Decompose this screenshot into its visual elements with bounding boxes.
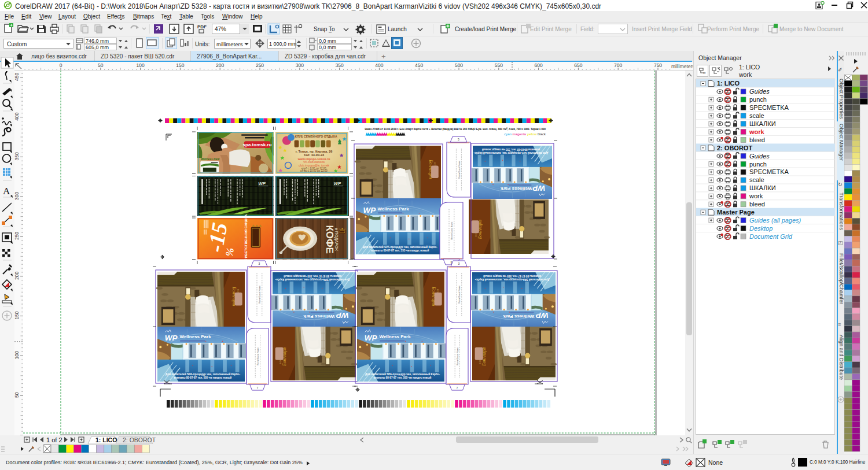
svg-text:work: work [749,128,765,135]
svg-text:450: 450 [415,62,423,68]
svg-text:work: work [749,193,763,199]
svg-text:350: 350 [14,152,20,160]
svg-text:ШКАЛКИ: ШКАЛКИ [749,184,776,191]
svg-text:250: 250 [14,232,20,240]
svg-text:cyan magenta yellow black: cyan magenta yellow black [504,132,546,136]
svg-text:ПРИВЕТСТВЕННАЯ СКИДКА: ПРИВЕТСТВЕННАЯ СКИДКА [244,214,248,263]
svg-text:bleed: bleed [749,136,765,143]
svg-text:Для любителей SPA-процедур чан: Для любителей SPA-процедур чан, заполнен… [475,278,549,282]
svg-text:Room/Guest Name: Room/Guest Name [458,286,461,304]
svg-text:Для любителей SPA-процедур чан: Для любителей SPA-процедур чан, заполнен… [275,278,350,282]
svg-text:Wellness Park: Wellness Park [380,334,411,339]
svg-text:комнаты 80-87-87 тел. 555 чм п: комнаты 80-87-87 тел. 555 чм пандус новы… [284,275,341,278]
svg-text:2: OBOROT: 2: OBOROT [717,145,752,151]
svg-text:millimeters: millimeters [671,64,695,69]
svg-text:A: A [3,186,10,197]
svg-text:50: 50 [98,62,104,68]
svg-text:=: = [703,71,706,75]
svg-text:Guides: Guides [749,88,770,95]
svg-text:комнаты 80-87-87 тел. 555 чм п: комнаты 80-87-87 тел. 555 чм пандус новы… [483,275,541,278]
svg-text:scale: scale [749,112,764,119]
svg-text:scale: scale [749,176,764,183]
svg-text:bleed: bleed [749,201,765,208]
svg-text:Wellness Park: Wellness Park [180,334,212,339]
svg-text:Room/Guest Name: Room/Guest Name [458,161,461,179]
svg-text:PDF: PDF [197,24,207,29]
svg-text:WP: WP [363,206,376,214]
svg-text:100: 100 [14,351,20,359]
svg-text:spa.tomsk.ru: spa.tomsk.ru [243,142,272,147]
svg-text:Wellness Park: Wellness Park [201,158,220,161]
svg-text:Room/Guest Name: Room/Guest Name [259,286,261,304]
svg-text:комнаты 80-87-87 тел. 555 чм п: комнаты 80-87-87 тел. 555 чм пандус новы… [174,376,232,379]
svg-text:комнаты 80-87-87 тел. 555 чм п: комнаты 80-87-87 тел. 555 чм пандус новы… [482,148,540,151]
svg-text:SPECMETKA: SPECMETKA [749,104,789,111]
svg-text:300: 300 [296,62,304,68]
svg-text:2: OBOROT: 2: OBOROT [123,436,156,443]
svg-text:750: 750 [654,62,662,68]
svg-text:комнаты 80-87-87 тел. 555 чм п: комнаты 80-87-87 тел. 555 чм пандус новы… [374,376,432,379]
svg-text:WP: WP [532,184,546,193]
svg-text:400: 400 [14,112,20,120]
svg-text:600: 600 [535,62,543,68]
svg-text:Room/Guest Name: Room/Guest Name [457,347,459,365]
svg-text:WP: WP [258,181,266,186]
svg-text:Для любителей SPA-процедур чан: Для любителей SPA-процедур чан, заполнен… [363,245,437,249]
svg-text:Room/Guest Name: Room/Guest Name [257,347,259,365]
svg-text:КЛУБ СЕМЕЙНОГО ОТДЫХА: КЛУБ СЕМЕЙНОГО ОТДЫХА [295,134,337,138]
svg-text:ШКАЛКИ: ШКАЛКИ [749,120,776,127]
svg-text:SPECMETKA: SPECMETKA [749,168,789,175]
svg-text:1 of 2: 1 of 2 [46,436,62,443]
svg-text:400: 400 [375,62,383,68]
svg-text:50: 50 [14,392,20,398]
svg-text:WP: WP [333,181,341,186]
svg-text:Wellness Park: Wellness Park [500,186,532,191]
svg-text:punch: punch [749,96,767,103]
svg-text:150: 150 [14,311,20,319]
svg-text:150: 150 [176,62,184,68]
svg-text:300: 300 [14,192,20,200]
svg-text:Wellness Park: Wellness Park [377,206,409,212]
svg-text:Для любителей SPA-процедур чан: Для любителей SPA-процедур чан, заполнен… [473,151,548,155]
svg-text:3: 3 [458,262,460,265]
svg-text:5: 5 [458,138,459,141]
svg-text:700: 700 [614,62,622,68]
svg-text:WP: WP [165,334,178,342]
svg-text:Заказ 27908 от 13.02.2019 г.: Заказ 27908 от 13.02.2019 г. Бон Апарт К… [365,127,546,131]
svg-text:Desktop: Desktop [749,225,773,232]
svg-text:200: 200 [14,271,20,279]
svg-text:3: 3 [259,262,260,265]
svg-text:1: LICO: 1: LICO [95,436,117,443]
svg-text:сб-вс с 10:00 до 22:00: сб-вс с 10:00 до 22:00 [300,169,328,172]
svg-text:WP: WP [336,311,349,320]
svg-text:Wellness Park: Wellness Park [303,314,335,319]
svg-text:WP: WP [535,311,549,320]
svg-text:в ПОДАРОК: в ПОДАРОК [334,228,339,251]
svg-text:punch: punch [749,161,767,168]
svg-text:Wellness Park: Wellness Park [503,314,535,319]
svg-text:500: 500 [455,62,463,68]
svg-text:0: 0 [60,62,62,68]
svg-text:7: 7 [457,386,458,390]
svg-text:г. Томск, пр. Кирова, 26: г. Томск, пр. Кирова, 26 [296,150,333,153]
svg-text:7: 7 [257,386,259,390]
svg-text:250: 250 [256,62,264,68]
svg-text:650: 650 [574,62,582,68]
svg-text:Для любителей SPA-процедур чан: Для любителей SPA-процедур чан, заполнен… [165,372,240,376]
svg-text:1: LICO: 1: LICO [717,80,740,87]
svg-text:350: 350 [336,62,344,68]
svg-text:100: 100 [137,62,145,68]
svg-text:Master Page: Master Page [717,209,755,216]
svg-text:Guides (all pages): Guides (all pages) [749,217,801,224]
svg-text:Document Grid: Document Grid [749,233,793,240]
svg-text:КОФЕ: КОФЕ [324,225,335,253]
svg-text:200: 200 [216,62,224,68]
svg-text:Для любителей SPA-процедур чан: Для любителей SPA-процедур чан, заполнен… [365,372,440,376]
svg-text:Room/Guest Name: Room/Guest Name [451,222,453,240]
svg-text:550: 550 [495,62,503,68]
svg-text:WP: WP [365,334,378,342]
svg-text:450: 450 [14,72,20,80]
svg-text:комнаты 80-87-87 тел. 555 чм п: комнаты 80-87-87 тел. 555 чм пандус новы… [371,249,429,252]
svg-text:Guides: Guides [749,153,770,160]
svg-text:тел: 43-00-23: тел: 43-00-23 [304,153,324,157]
